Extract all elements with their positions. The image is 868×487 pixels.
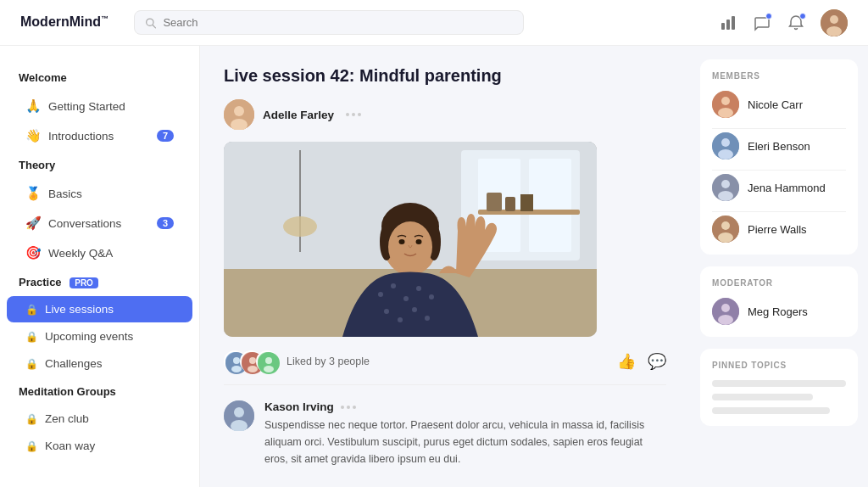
sidebar-item-challenges[interactable]: 🔒 Challenges [7, 350, 192, 377]
pro-badge: PRO [70, 277, 98, 288]
thumbs-up-icon[interactable]: 👍 [617, 352, 636, 371]
author-menu-dots[interactable] [346, 113, 361, 116]
practice-section-title: Practice PRO [0, 272, 199, 295]
conversations-emoji: 🚀 [25, 216, 42, 231]
moderator-card: MODERATOR Meg Rogers [700, 266, 858, 337]
svg-point-65 [721, 304, 730, 312]
sidebar-item-introductions[interactable]: 👋 Introductions 7 [7, 121, 192, 150]
pinned-bar-3[interactable] [712, 407, 830, 414]
video-placeholder [224, 142, 597, 337]
search-input[interactable] [163, 16, 513, 29]
introductions-badge: 7 [157, 130, 174, 142]
svg-point-53 [721, 97, 730, 105]
member-row-nicole[interactable]: Nicole Carr [712, 91, 846, 118]
svg-point-54 [718, 108, 733, 118]
svg-rect-17 [487, 193, 502, 211]
notifications-icon[interactable] [787, 14, 805, 32]
likes-text: Liked by 3 people [287, 355, 370, 367]
weekly-qa-label: Weekly Q&A [48, 247, 113, 260]
svg-point-35 [429, 294, 434, 299]
comment-body: Kason Irving Suspendisse nec neque torto… [264, 400, 666, 467]
svg-point-9 [234, 106, 244, 116]
comment-menu-dots[interactable] [341, 406, 356, 409]
getting-started-emoji: 🙏 [25, 98, 42, 114]
svg-point-37 [398, 317, 403, 322]
svg-rect-18 [505, 197, 515, 211]
comment-row: Kason Irving Suspendisse nec neque torto… [224, 400, 666, 467]
sidebar-item-live-sessions[interactable]: 🔒 Live sessions [7, 296, 192, 322]
svg-point-62 [721, 221, 730, 230]
logo: ModernMind™ [20, 14, 108, 30]
svg-line-1 [153, 25, 155, 27]
sidebar-item-upcoming-events[interactable]: 🔒 Upcoming events [7, 323, 192, 350]
messages-badge [765, 13, 772, 20]
lock-icon-zen: 🔒 [25, 413, 38, 425]
sidebar-item-getting-started[interactable]: 🙏 Getting Started [7, 92, 192, 120]
svg-point-6 [830, 15, 838, 24]
svg-rect-19 [520, 194, 533, 211]
svg-point-47 [265, 357, 272, 364]
svg-rect-15 [529, 159, 571, 252]
conversations-badge: 3 [157, 217, 174, 229]
video-player[interactable] [224, 142, 597, 337]
post-author-row: Adelle Farley [224, 99, 666, 130]
svg-point-44 [249, 357, 256, 364]
weekly-qa-emoji: 🎯 [25, 245, 42, 260]
lock-icon-koan: 🔒 [25, 440, 38, 452]
comment-author-row: Kason Irving [264, 400, 666, 413]
svg-point-39 [425, 316, 430, 321]
analytics-icon[interactable] [719, 14, 737, 32]
svg-point-57 [718, 149, 733, 160]
svg-point-7 [826, 26, 842, 36]
svg-point-28 [399, 239, 405, 244]
moderator-row[interactable]: Meg Rogers [712, 298, 846, 325]
author-avatar [224, 99, 254, 130]
svg-rect-2 [721, 23, 725, 30]
svg-point-32 [391, 283, 396, 288]
lock-icon-live: 🔒 [25, 304, 38, 316]
sidebar-item-basics[interactable]: 🏅 Basics [7, 179, 192, 208]
svg-point-33 [403, 296, 409, 301]
sidebar-item-conversations[interactable]: 🚀 Conversations 3 [7, 209, 192, 238]
svg-point-42 [231, 366, 242, 372]
svg-point-21 [283, 216, 317, 237]
post-actions: 👍 💬 [617, 352, 666, 371]
svg-point-41 [233, 357, 240, 364]
introductions-label: Introductions [48, 130, 114, 143]
member-avatar-jena [712, 174, 739, 201]
zen-club-label: Zen club [45, 412, 89, 425]
svg-point-27 [388, 221, 432, 272]
comment-icon[interactable]: 💬 [648, 352, 666, 371]
author-name: Adelle Farley [263, 109, 334, 121]
svg-rect-4 [732, 16, 735, 30]
svg-point-38 [412, 307, 417, 312]
basics-emoji: 🏅 [25, 186, 42, 201]
sidebar-item-weekly-qa[interactable]: 🎯 Weekly Q&A [7, 238, 192, 267]
user-avatar-header[interactable] [821, 9, 848, 36]
member-name-nicole: Nicole Carr [748, 98, 803, 111]
conversations-label: Conversations [48, 217, 121, 230]
header: ModernMind™ [0, 0, 868, 46]
messages-icon[interactable] [753, 14, 771, 32]
pinned-bar-1[interactable] [712, 380, 846, 387]
liked-avatars [224, 350, 278, 372]
member-name-pierre: Pierre Walls [748, 223, 807, 236]
main-layout: Welcome 🙏 Getting Started 👋 Introduction… [0, 46, 868, 487]
member-avatar-pierre [712, 216, 739, 243]
search-icon [145, 17, 156, 29]
basics-label: Basics [48, 188, 82, 200]
post-title: Live session 42: Mindful parenting [224, 66, 666, 86]
live-sessions-label: Live sessions [45, 303, 114, 316]
member-row-pierre[interactable]: Pierre Walls [712, 216, 846, 243]
sidebar-item-koan-way[interactable]: 🔒 Koan way [7, 433, 192, 459]
member-name-jena: Jena Hammond [748, 182, 826, 194]
pinned-topics-card: PINNED TOPICS [700, 349, 858, 426]
member-row-jena[interactable]: Jena Hammond [712, 174, 846, 201]
member-row-eleri[interactable]: Eleri Benson [712, 132, 846, 160]
right-panel: MEMBERS Nicole Carr Eleri Benson Jena Ha [690, 46, 868, 487]
lock-icon-challenges: 🔒 [25, 358, 38, 370]
search-bar[interactable] [134, 10, 524, 35]
sidebar: Welcome 🙏 Getting Started 👋 Introduction… [0, 46, 200, 487]
pinned-bar-2[interactable] [712, 394, 813, 400]
sidebar-item-zen-club[interactable]: 🔒 Zen club [7, 406, 192, 432]
